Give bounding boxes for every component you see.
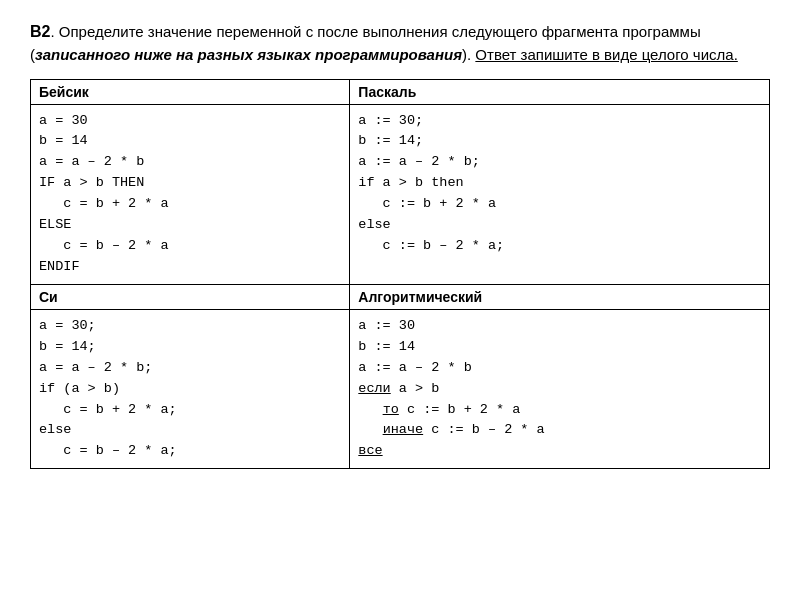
col-header-basic: Бейсик bbox=[31, 79, 350, 104]
question-label: B2 bbox=[30, 23, 50, 40]
basic-code-cell: a = 30 b = 14 a = a – 2 * b IF a > b THE… bbox=[31, 104, 350, 284]
question-underline-text: Ответ запишите в виде целого числа. bbox=[475, 46, 737, 63]
question-header: B2. Определите значение переменной с пос… bbox=[30, 20, 770, 67]
question-text-after-italic: ). bbox=[462, 46, 475, 63]
pascal-code-cell: a := 30; b := 14; a := a – 2 * b; if a >… bbox=[350, 104, 770, 284]
col-header-pascal: Паскаль bbox=[350, 79, 770, 104]
col-header-algorithmic: Алгоритмический bbox=[350, 284, 770, 309]
question-italic-text: записанного ниже на разных языках програ… bbox=[35, 46, 462, 63]
code-table: Бейсик Паскаль a = 30 b = 14 a = a – 2 *… bbox=[30, 79, 770, 470]
algorithmic-code-cell: a := 30 b := 14 a := a – 2 * b если a > … bbox=[350, 309, 770, 468]
c-code-cell: a = 30; b = 14; a = a – 2 * b; if (a > b… bbox=[31, 309, 350, 468]
col-header-c: Си bbox=[31, 284, 350, 309]
